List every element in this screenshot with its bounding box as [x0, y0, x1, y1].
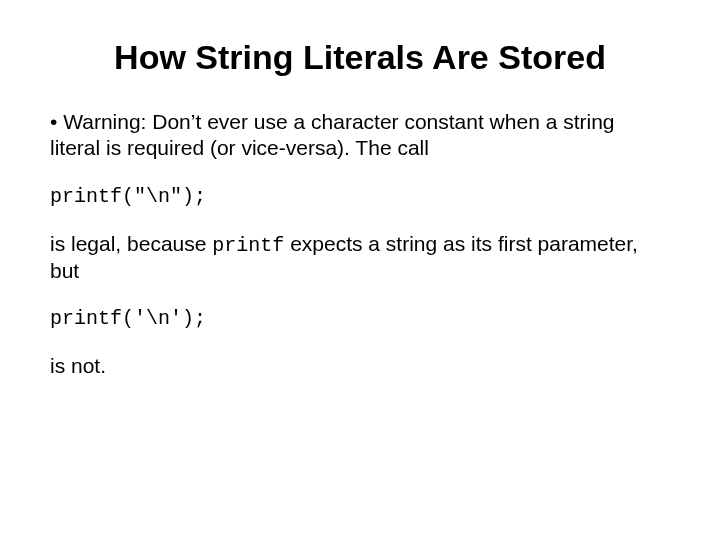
- paragraph-3: is not.: [50, 353, 670, 379]
- bullet-paragraph-1: • Warning: Don’t ever use a character co…: [50, 109, 670, 162]
- code-block-1: printf("\n");: [50, 184, 670, 209]
- slide-body: • Warning: Don’t ever use a character co…: [50, 109, 670, 379]
- paragraph-2: is legal, because printf expects a strin…: [50, 231, 670, 284]
- slide-title: How String Literals Are Stored: [50, 38, 670, 77]
- code-block-2: printf('\n');: [50, 306, 670, 331]
- slide: How String Literals Are Stored • Warning…: [0, 0, 720, 540]
- inline-code-printf: printf: [212, 234, 284, 257]
- paragraph-2-text-a: is legal, because: [50, 232, 212, 255]
- paragraph-1-text: Warning: Don’t ever use a character cons…: [50, 110, 615, 159]
